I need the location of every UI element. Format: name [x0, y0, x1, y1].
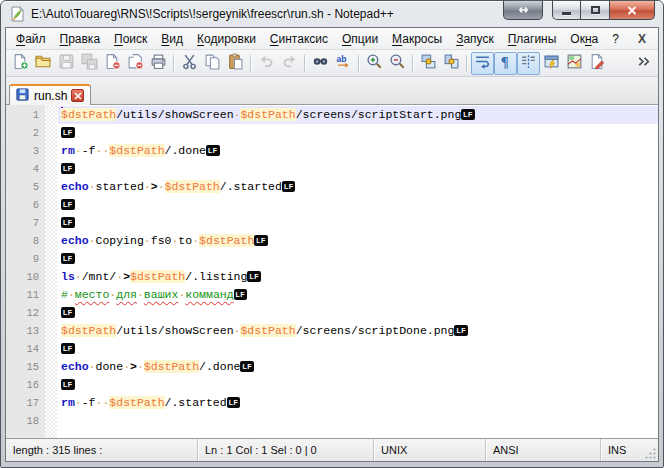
show-all-characters-button[interactable]: ¶ [494, 52, 517, 75]
code-token: /.started [165, 396, 227, 409]
save-all-button[interactable] [78, 52, 101, 75]
cut-button[interactable] [178, 52, 201, 75]
whitespace-dot: · [89, 234, 96, 247]
code-line[interactable]: 6LF [6, 196, 658, 214]
menu-bar: ФайлПравкаПоискВидКодировкиСинтаксисОпци… [6, 28, 658, 50]
client-area: ФайлПравкаПоискВидКодировкиСинтаксисОпци… [5, 27, 659, 462]
function-list-button[interactable] [586, 52, 609, 75]
menu-item-plugins[interactable]: Плагины [501, 30, 564, 48]
menu-item-search[interactable]: Поиск [107, 30, 154, 48]
line-number: 5 [6, 178, 45, 196]
tab-close-icon[interactable] [71, 89, 84, 102]
code-token: для [116, 288, 137, 301]
code-line[interactable]: 13$dstPath/utils/showScreen·$dstPath/scr… [6, 322, 658, 340]
new-file-icon [12, 53, 29, 74]
paste-button[interactable] [224, 52, 247, 75]
menu-item-settings[interactable]: Опции [335, 30, 385, 48]
copy-button[interactable] [201, 52, 224, 75]
menu-item-macro[interactable]: Макросы [385, 30, 449, 48]
code-line[interactable]: 11#·место·для·ваших·коммандLF [6, 286, 658, 304]
menu-item-edit[interactable]: Правка [53, 30, 108, 48]
code-line[interactable]: 2LF [6, 124, 658, 142]
minimize-button[interactable] [552, 1, 581, 20]
close-file-button[interactable] [101, 52, 124, 75]
code-line[interactable]: 16LF [6, 376, 658, 394]
menu-item-view[interactable]: Вид [154, 30, 190, 48]
saved-file-icon [15, 87, 30, 105]
menu-item-language[interactable]: Синтаксис [263, 30, 335, 48]
close-button[interactable] [610, 1, 655, 20]
menu-item-file[interactable]: Файл [9, 30, 53, 48]
undo-button[interactable] [255, 52, 278, 75]
code-line[interactable]: 10ls·/mnt/·>$dstPath/.listingLF [6, 268, 658, 286]
status-cursor-position: Ln : 1 Col : 1 Sel : 0 | 0 [198, 439, 374, 461]
print-button[interactable] [147, 52, 170, 75]
maximize-button[interactable] [581, 1, 610, 20]
whitespace-dot: · [89, 180, 96, 193]
sync-vertical-scrolling-button[interactable] [417, 52, 440, 75]
overflow-chevron-button[interactable] [632, 52, 655, 75]
sync-horizontal-scrolling-button[interactable] [440, 52, 463, 75]
redo-icon [281, 53, 298, 74]
fold-gap [45, 394, 58, 412]
whitespace-dot: · [75, 270, 82, 283]
line-number: 2 [6, 124, 45, 142]
layout-switch-button[interactable] [503, 1, 543, 20]
document-map-button[interactable] [563, 52, 586, 75]
code-line[interactable]: 14LF [6, 340, 658, 358]
zoom-in-button[interactable] [363, 52, 386, 75]
code-line[interactable]: 4LF [6, 160, 658, 178]
code-line[interactable]: 17rm·-f··$dstPath/.startedLF [6, 394, 658, 412]
resize-grip-icon[interactable] [644, 447, 657, 460]
code-line[interactable]: 3rm·-f··$dstPath/.doneLF [6, 142, 658, 160]
code-text: LF [58, 196, 658, 214]
zoom-out-button[interactable] [386, 52, 409, 75]
menu-item-window[interactable]: Окна [563, 30, 605, 48]
code-line[interactable]: 7LF [6, 214, 658, 232]
editor[interactable]: 1$dstPath/utils/showScreen·$dstPath/scre… [6, 105, 658, 438]
lf-eol-mark: LF [454, 325, 468, 336]
code-line[interactable]: 5echo·started·>·$dstPath/.startedLF [6, 178, 658, 196]
tab-run-sh[interactable]: run.sh [9, 84, 91, 105]
menu-item-help[interactable]: ? [605, 30, 626, 48]
show-indent-guide-button[interactable] [517, 52, 540, 75]
caption-button-group [552, 1, 655, 20]
code-line[interactable]: 9LF [6, 250, 658, 268]
code-token: > [151, 180, 158, 193]
save-button[interactable] [55, 52, 78, 75]
code-token: $dstPath [165, 180, 220, 193]
code-line[interactable]: 8echo·Copying·fs0·to·$dstPathLF [6, 232, 658, 250]
sync-vertical-scrolling-icon [420, 53, 437, 74]
status-eol-format[interactable]: UNIX [374, 439, 486, 461]
fold-gap [45, 196, 58, 214]
replace-button[interactable]: ab [332, 52, 355, 75]
code-token: echo [61, 180, 89, 193]
line-number: 3 [6, 142, 45, 160]
code-line[interactable]: 18 [6, 412, 658, 430]
line-number: 1 [6, 106, 45, 124]
menu-item-encoding[interactable]: Кодировки [190, 30, 263, 48]
menu-item-run[interactable]: Запуск [449, 30, 501, 48]
user-defined-dialog-button[interactable] [540, 52, 563, 75]
open-file-button[interactable] [32, 52, 55, 75]
fold-gap [45, 268, 58, 286]
status-encoding[interactable]: ANSI [486, 439, 601, 461]
title-bar[interactable]: E:\Auto\Touareg\RNS\!Scripts\!sergeynik\… [5, 1, 659, 27]
new-file-button[interactable] [9, 52, 32, 75]
user-defined-dialog-icon [543, 53, 560, 74]
line-number: 7 [6, 214, 45, 232]
find-button[interactable] [309, 52, 332, 75]
menu-close-x[interactable]: X [629, 32, 655, 46]
redo-button[interactable] [278, 52, 301, 75]
code-line[interactable]: 15echo·done·>·$dstPath/.doneLF [6, 358, 658, 376]
code-token: $dstPath [130, 270, 185, 283]
code-text: LF [58, 340, 658, 358]
code-token: /screens/scriptStart.png [296, 108, 462, 121]
word-wrap-button[interactable] [471, 52, 494, 75]
code-token: $dstPath [199, 234, 254, 247]
code-line[interactable]: 1$dstPath/utils/showScreen·$dstPath/scre… [6, 106, 658, 124]
close-all-button[interactable] [124, 52, 147, 75]
code-line[interactable]: 12LF [6, 304, 658, 322]
code-token: echo [61, 234, 89, 247]
code-area[interactable]: 1$dstPath/utils/showScreen·$dstPath/scre… [6, 105, 658, 430]
